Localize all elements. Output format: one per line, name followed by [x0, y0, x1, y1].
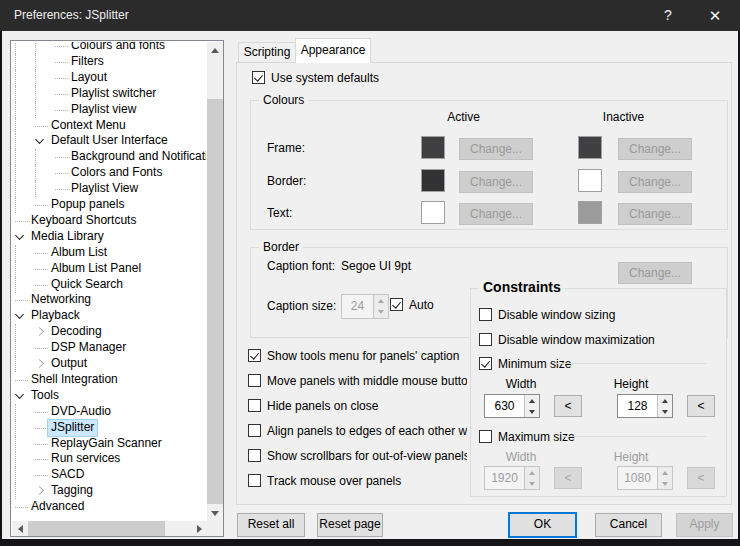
tree-item-label[interactable]: SACD — [48, 467, 87, 483]
tree-item-layout[interactable]: Layout — [12, 70, 206, 86]
spin-down-icon[interactable] — [525, 478, 539, 489]
tree-item-run-services[interactable]: Run services — [12, 451, 206, 467]
spin-down-icon[interactable] — [525, 406, 539, 417]
use-system-defaults-checkbox[interactable] — [252, 71, 265, 84]
chevron-down-icon[interactable] — [35, 135, 44, 144]
spin-up-icon[interactable] — [658, 467, 672, 478]
tree-item-networking[interactable]: Networking — [12, 292, 206, 308]
chevron-right-icon[interactable] — [35, 486, 44, 495]
max-height-link-button[interactable]: < — [687, 467, 715, 489]
tree-item-output[interactable]: Output — [12, 356, 206, 372]
cancel-button[interactable]: Cancel — [595, 513, 662, 537]
show-tools-menu-for-panels-caption-checkbox[interactable] — [248, 349, 261, 362]
caption-size-auto-checkbox[interactable] — [390, 298, 403, 311]
tree-item-label[interactable]: Playlist View — [68, 181, 141, 197]
tree-item-label[interactable]: Colours and fonts — [68, 42, 168, 54]
tree-item-media-library[interactable]: Media Library — [12, 229, 206, 245]
disable-window-maximization-checkbox[interactable] — [479, 333, 492, 346]
tree-item-label[interactable]: JSplitter — [48, 420, 97, 436]
spin-up-icon[interactable] — [658, 395, 672, 406]
max-width-spinner[interactable]: 1920 — [484, 466, 540, 490]
track-mouse-over-panels-checkbox[interactable] — [248, 474, 261, 487]
spin-up-icon[interactable] — [525, 395, 539, 406]
reset-all-button[interactable]: Reset all — [237, 513, 305, 537]
tree-item-label[interactable]: DSP Manager — [48, 340, 129, 356]
tree-item-label[interactable]: Filters — [68, 54, 107, 70]
tree-item-label[interactable]: Networking — [28, 292, 94, 308]
tree-item-label[interactable]: Album List Panel — [48, 261, 144, 277]
tree-item-label[interactable]: ReplayGain Scanner — [48, 436, 165, 452]
tree-item-label[interactable]: Background and Notifications — [68, 149, 206, 165]
tree-item-playlist-switcher[interactable]: Playlist switcher — [12, 86, 206, 102]
tree-item-label[interactable]: Tagging — [48, 483, 96, 499]
tree-item-label[interactable]: Decoding — [48, 324, 105, 340]
caption-font-change-button[interactable]: Change... — [618, 262, 692, 284]
tree-item-album-list-panel[interactable]: Album List Panel — [12, 261, 206, 277]
hide-panels-on-close-checkbox[interactable] — [248, 399, 261, 412]
scroll-right-icon[interactable] — [191, 521, 207, 537]
tree-item-label[interactable]: Advanced — [28, 499, 87, 515]
tree-item-label[interactable]: Quick Search — [48, 277, 126, 293]
tree-item-label[interactable]: Default User Interface — [48, 133, 171, 149]
tree-item-filters[interactable]: Filters — [12, 54, 206, 70]
min-height-spinner[interactable]: 128 — [617, 394, 673, 418]
tree-item-album-list[interactable]: Album List — [12, 245, 206, 261]
tree-item-replaygain-scanner[interactable]: ReplayGain Scanner — [12, 436, 206, 452]
horizontal-scroll-thumb[interactable] — [28, 521, 165, 537]
tree-item-background-and-notifications[interactable]: Background and Notifications — [12, 149, 206, 165]
text-inactive-change-button[interactable]: Change... — [618, 203, 692, 225]
vertical-scroll-thumb[interactable] — [207, 99, 223, 504]
reset-page-button[interactable]: Reset page — [317, 513, 383, 537]
tree-item-quick-search[interactable]: Quick Search — [12, 277, 206, 293]
maximum-size-checkbox[interactable] — [479, 430, 492, 443]
tree-item-label[interactable]: Popup panels — [48, 197, 127, 213]
tree-item-default-user-interface[interactable]: Default User Interface — [12, 133, 206, 149]
tree-item-context-menu[interactable]: Context Menu — [12, 118, 206, 134]
frame-inactive-change-button[interactable]: Change... — [618, 138, 692, 160]
tree-item-popup-panels[interactable]: Popup panels — [12, 197, 206, 213]
apply-button[interactable]: Apply — [676, 513, 733, 537]
spin-down-icon[interactable] — [658, 478, 672, 489]
text-active-change-button[interactable]: Change... — [459, 203, 533, 225]
tree-horizontal-scrollbar[interactable] — [12, 521, 207, 537]
tree-item-shell-integration[interactable]: Shell Integration — [12, 372, 206, 388]
tree-item-dvd-audio[interactable]: DVD-Audio — [12, 404, 206, 420]
tree-item-label[interactable]: Run services — [48, 451, 123, 467]
tree-item-label[interactable]: Tools — [28, 388, 62, 404]
tree-item-colours-and-fonts[interactable]: Colours and fonts — [12, 42, 206, 54]
tree-item-label[interactable]: Album List — [48, 245, 110, 261]
align-panels-to-edges-of-each-other-when-checkbox[interactable] — [248, 424, 261, 437]
border-active-change-button[interactable]: Change... — [459, 171, 533, 193]
tree-item-keyboard-shortcuts[interactable]: Keyboard Shortcuts — [12, 213, 206, 229]
tree-item-playback[interactable]: Playback — [12, 308, 206, 324]
caption-size-spinner[interactable]: 24 — [341, 294, 389, 319]
spin-up-icon[interactable] — [374, 295, 388, 307]
scroll-down-icon[interactable] — [207, 505, 223, 521]
close-icon[interactable]: ✕ — [694, 0, 736, 31]
scroll-up-icon[interactable] — [207, 42, 223, 58]
scroll-left-icon[interactable] — [12, 521, 28, 537]
tree-item-label[interactable]: Shell Integration — [28, 372, 121, 388]
tree-item-playlist-view[interactable]: Playlist View — [12, 181, 206, 197]
tree-item-label[interactable]: DVD-Audio — [48, 404, 114, 420]
tree-item-label[interactable]: Layout — [68, 70, 110, 86]
spin-up-icon[interactable] — [525, 467, 539, 478]
tree-item-sacd[interactable]: SACD — [12, 467, 206, 483]
tree-item-label[interactable]: Media Library — [28, 229, 107, 245]
max-height-spinner[interactable]: 1080 — [617, 466, 673, 490]
tree-item-jsplitter[interactable]: JSplitter — [12, 420, 206, 436]
chevron-right-icon[interactable] — [35, 359, 44, 368]
tree-item-tools[interactable]: Tools — [12, 388, 206, 404]
border-inactive-change-button[interactable]: Change... — [618, 171, 692, 193]
show-scrollbars-for-out-of-view-panels-checkbox[interactable] — [248, 449, 261, 462]
ok-button[interactable]: OK — [508, 512, 577, 538]
tree-item-label[interactable]: Playlist view — [68, 102, 139, 118]
spin-down-icon[interactable] — [374, 307, 388, 319]
tree-item-advanced[interactable]: Advanced — [12, 499, 206, 515]
frame-active-change-button[interactable]: Change... — [459, 138, 533, 160]
chevron-right-icon[interactable] — [35, 327, 44, 336]
tree-item-label[interactable]: Keyboard Shortcuts — [28, 213, 139, 229]
tree-item-dsp-manager[interactable]: DSP Manager — [12, 340, 206, 356]
min-height-link-button[interactable]: < — [687, 395, 715, 417]
chevron-down-icon[interactable] — [15, 231, 24, 240]
